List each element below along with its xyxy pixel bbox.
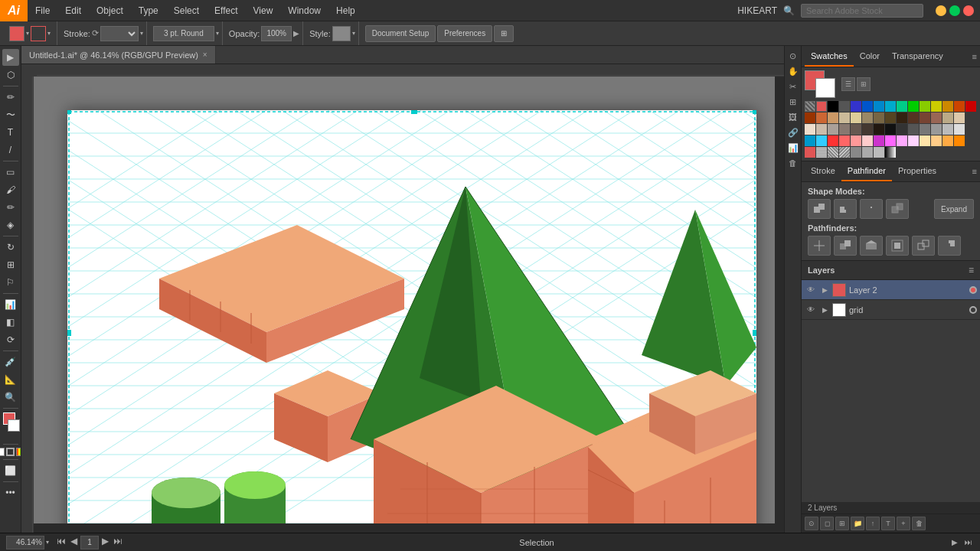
transform-tool[interactable]: ⊞ (2, 256, 19, 273)
extra-hand[interactable]: ✋ (786, 64, 800, 78)
sw48[interactable] (885, 135, 896, 146)
swatches-tab[interactable]: Swatches (805, 46, 854, 67)
fill-swatch[interactable] (9, 26, 24, 41)
swatch-lime1[interactable] (920, 101, 930, 112)
trim-button[interactable] (834, 236, 857, 256)
sw10[interactable] (908, 112, 919, 123)
preferences-button[interactable]: Preferences (437, 25, 492, 42)
move-to-layer-button[interactable]: ↑ (866, 517, 880, 530)
swatch-grid-icon[interactable]: ⊞ (857, 77, 871, 91)
grid-visibility[interactable]: 👁 (805, 304, 817, 316)
swatch-list-icon[interactable]: ☰ (841, 77, 855, 91)
layer-2-visibility[interactable]: 👁 (805, 284, 817, 296)
grid-layer-item[interactable]: 👁 ▶ grid (802, 300, 980, 320)
brush-tool[interactable]: 🖌 (2, 181, 19, 198)
bg-swatch[interactable] (815, 78, 835, 98)
sw29[interactable] (897, 124, 907, 135)
sw64[interactable] (839, 147, 850, 158)
maximize-button[interactable] (949, 5, 960, 16)
pt-round-input[interactable] (153, 26, 214, 41)
extra-link[interactable]: 🔗 (786, 126, 800, 139)
pathfinder-tab[interactable]: Pathfinder (841, 161, 892, 181)
minus-back-button[interactable] (938, 236, 961, 256)
extra-trash[interactable]: 🗑 (786, 156, 800, 170)
sw47[interactable] (874, 135, 884, 146)
status-play[interactable]: ▶ (949, 537, 960, 548)
curvature-tool[interactable]: 〜 (2, 106, 19, 123)
new-layer-button[interactable]: + (897, 517, 910, 530)
sw22[interactable] (816, 124, 827, 135)
stroke-select[interactable] (100, 26, 139, 41)
extra-color-wheel[interactable]: ⊙ (786, 49, 800, 63)
unite-button[interactable] (808, 199, 831, 219)
pen-tool[interactable]: ✏ (2, 89, 19, 106)
sw66[interactable] (862, 147, 873, 158)
sw25[interactable] (851, 124, 861, 135)
make-clipping-button[interactable]: ◻ (820, 517, 834, 530)
nav-prev[interactable]: ◀ (69, 536, 79, 549)
gradient-mode-btn[interactable] (16, 448, 21, 456)
sw3[interactable] (828, 112, 838, 123)
exclude-button[interactable] (886, 199, 909, 219)
arrange-button[interactable]: ⊞ (494, 25, 514, 42)
line-tool[interactable]: / (2, 142, 19, 158)
delete-layer-button[interactable]: 🗑 (912, 517, 926, 530)
pencil-tool[interactable]: ✏ (2, 199, 19, 216)
layer-2-item[interactable]: 👁 ▶ Layer 2 (802, 280, 980, 300)
sw9[interactable] (897, 112, 907, 123)
minus-front-button[interactable] (834, 199, 857, 219)
close-button[interactable] (963, 5, 974, 16)
sw68[interactable] (885, 147, 896, 158)
properties-tab[interactable]: Properties (892, 161, 942, 181)
sw62[interactable] (816, 147, 827, 158)
eyedropper-tool[interactable]: 💉 (2, 354, 19, 370)
stroke-arrow[interactable]: ▾ (47, 30, 51, 37)
outline-button[interactable] (912, 236, 935, 256)
sw1[interactable] (805, 112, 815, 123)
extra-grid[interactable]: ⊞ (786, 95, 800, 109)
menu-file[interactable]: File (28, 0, 57, 21)
swatch-red-1[interactable] (816, 101, 827, 112)
swatch-orange1[interactable] (942, 101, 953, 112)
swatch-cyan1[interactable] (885, 101, 896, 112)
blend-tool[interactable]: ⟳ (2, 331, 19, 348)
sw46[interactable] (862, 135, 873, 146)
sw65[interactable] (851, 147, 861, 158)
sw43[interactable] (828, 135, 838, 146)
gradient-tool[interactable]: ◧ (2, 314, 19, 331)
direct-select-tool[interactable]: ⬡ (2, 67, 19, 83)
swatch-green1[interactable] (897, 101, 907, 112)
collect-in-layer-button[interactable]: 📁 (851, 517, 864, 530)
opacity-more[interactable]: ▶ (293, 29, 299, 37)
swatch-blue3[interactable] (874, 101, 884, 112)
sw28[interactable] (885, 124, 896, 135)
sw27[interactable] (874, 124, 884, 135)
sw5[interactable] (851, 112, 861, 123)
puppet-tool[interactable]: ⚐ (2, 274, 19, 291)
sw42[interactable] (816, 135, 827, 146)
transparency-tab[interactable]: Transparency (886, 46, 949, 67)
sw7[interactable] (874, 112, 884, 123)
extra-crop[interactable]: ✂ (786, 80, 800, 93)
stroke-tab[interactable]: Stroke (805, 161, 841, 181)
locate-object-button[interactable]: ⊙ (805, 517, 818, 530)
sw52[interactable] (931, 135, 942, 146)
doc-tab[interactable]: Untitled-1.ai* @ 46.14% (RGB/GPU Preview… (21, 46, 216, 64)
sw45[interactable] (851, 135, 861, 146)
more-tools[interactable]: ••• (2, 484, 19, 501)
select-tool[interactable]: ▶ (2, 49, 19, 66)
sw61[interactable] (805, 147, 815, 158)
graph-tool[interactable]: 📊 (2, 296, 19, 313)
scrollbar-vertical[interactable] (775, 77, 784, 523)
rect-tool[interactable]: ▭ (2, 164, 19, 181)
pathfinder-panel-menu[interactable]: ≡ (972, 167, 977, 176)
fill-mode-btn[interactable] (0, 448, 5, 456)
sw34[interactable] (954, 124, 965, 135)
intersect-button[interactable] (860, 199, 883, 219)
status-end[interactable]: ⏭ (963, 537, 974, 548)
fill-arrow[interactable]: ▾ (26, 30, 29, 37)
sw12[interactable] (931, 112, 942, 123)
search-input[interactable] (801, 4, 923, 18)
enter-isolation-button[interactable]: ⊞ (835, 517, 849, 530)
menu-select[interactable]: Select (166, 0, 207, 21)
